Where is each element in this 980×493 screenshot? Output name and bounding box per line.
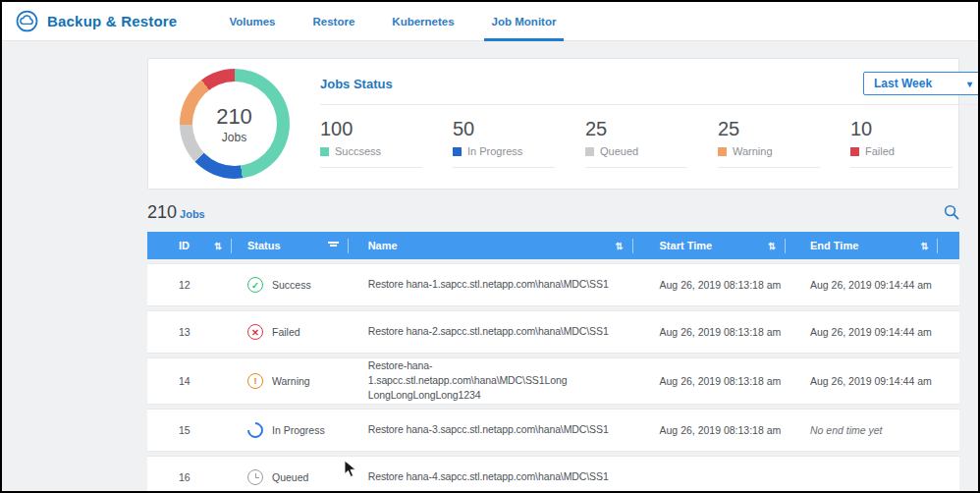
status-stat: 10 Failed [850,118,980,168]
stat-value: 25 [585,118,687,140]
content-area: 210 Jobs Jobs Status Last Week 100 [2,41,978,493]
job-status-cell: Success [232,277,349,293]
job-name-cell: Restore hana-1.sapcc.stl.netapp.com\hana… [349,277,633,292]
job-id-cell: 12 [147,279,232,291]
table-row[interactable]: 16 Queued Restore hana-4.sapcc.stl.netap… [147,456,959,493]
stats-row: 100 Succsess 50 In Progress 25 Queued [320,118,980,168]
sort-icon[interactable] [616,240,624,251]
table-row[interactable]: 12 Success Restore hana-1.sapcc.stl.neta… [147,263,959,306]
status-stat: 100 Succsess [320,118,453,168]
job-status-label: In Progress [272,424,325,436]
card-title: Jobs Status [320,77,393,91]
job-end-time-cell: No end time yet [786,424,938,436]
donut-total-value: 210 [216,104,252,130]
period-dropdown-value: Last Week [874,77,932,90]
job-id-cell: 16 [147,471,232,483]
stat-label: In Progress [467,145,522,157]
job-name-cell: Restore hana-4.sapcc.stl.netapp.com\hana… [349,469,633,484]
job-end-time-cell: Aug 26, 2019 09:14:44 am [786,279,938,291]
status-inprogress-icon [245,418,267,441]
tab-kubernetes[interactable]: Kubernetes [373,2,472,41]
table-row[interactable]: 13 Failed Restore hana-2.sapcc.stl.netap… [147,310,959,354]
tab-restore[interactable]: Restore [295,2,374,41]
legend-color-swatch [850,147,859,156]
donut-center: 210 Jobs [180,69,290,179]
job-end-time-cell: Aug 26, 2019 09:14:44 am [786,326,938,338]
job-name-cell: Restore-hana-1.sapcc.stl.netapp.com\hana… [349,358,633,404]
job-start-time-cell: Aug 26, 2019 08:13:18 am [633,279,786,291]
job-id-cell: 14 [147,375,232,387]
job-start-time-cell: Aug 26, 2019 08:13:18 am [633,326,786,338]
stat-value: 25 [718,118,820,140]
stat-value: 10 [850,118,953,140]
job-id-cell: 13 [147,326,232,338]
column-label: ID [179,240,190,251]
stat-label: Failed [865,145,895,157]
sort-icon[interactable] [214,240,222,251]
table-row[interactable]: 14 Warning Restore-hana-1.sapcc.stl.neta… [147,357,959,405]
job-end-time-cell: Aug 26, 2019 09:14:44 am [786,375,938,387]
cloud-logo-icon [16,10,38,32]
stat-value: 100 [320,118,422,140]
column-header-status[interactable]: Status [232,239,349,253]
donut-chart-area: 210 Jobs [148,59,320,189]
status-card-header: Jobs Status Last Week [320,72,980,105]
stat-label: Warning [733,145,773,157]
job-status-label: Warning [272,375,310,387]
sort-icon[interactable] [768,240,776,251]
jobs-count: 210Jobs [147,202,205,223]
tab-job-monitor[interactable]: Job Monitor [473,2,575,41]
stat-value: 50 [453,118,555,140]
job-status-label: Success [272,279,311,291]
table-row[interactable]: 15 In Progress Restore hana-3.sapcc.stl.… [147,409,959,452]
column-header-end-time[interactable]: End Time [786,239,938,253]
sort-icon[interactable] [921,240,929,251]
column-label: Name [368,240,398,251]
chevron-down-icon [967,77,972,90]
legend-color-swatch [585,147,594,156]
column-header-id[interactable]: ID [147,239,232,253]
legend-color-swatch [320,147,329,156]
job-start-time-cell: Aug 26, 2019 08:13:18 am [633,375,786,387]
job-name-cell: Restore hana-3.sapcc.stl.netapp.com\hana… [349,422,633,437]
app-title: Backup & Restore [47,13,177,29]
search-icon[interactable] [944,204,959,220]
jobs-list-header: 210Jobs [147,197,959,227]
table-body: 12 Success Restore hana-1.sapcc.stl.neta… [147,263,959,493]
stat-label: Queued [600,145,638,157]
column-header-spacer [938,239,959,253]
jobs-donut-chart: 210 Jobs [180,69,290,179]
job-status-cell: Queued [232,469,349,485]
jobs-count-label: Jobs [180,208,205,220]
job-status-cell: In Progress [232,422,349,438]
status-warning-icon [247,373,263,389]
status-stat: 25 Queued [585,118,718,168]
job-start-time-cell: Aug 26, 2019 08:13:18 am [633,424,786,436]
job-status-cell: Warning [232,373,349,389]
status-card-right: Jobs Status Last Week 100 Succsess 50 In… [320,59,980,189]
status-stat: 50 In Progress [453,118,585,168]
job-status-label: Failed [272,326,300,338]
jobs-count-value: 210 [147,202,177,222]
column-header-name[interactable]: Name [349,239,633,253]
tab-volumes[interactable]: Volumes [210,2,294,41]
column-label: Status [247,240,281,251]
legend-color-swatch [718,147,727,156]
stat-label: Succsess [335,145,381,157]
column-label: Start Time [660,240,713,251]
app-window: Backup & Restore Volumes Restore Kuberne… [0,0,980,493]
jobs-status-card: 210 Jobs Jobs Status Last Week 100 [147,58,959,190]
donut-total-label: Jobs [222,131,246,144]
table-header: IDStatusNameStart TimeEnd Time [147,232,959,259]
job-name-cell: Restore hana-2.sapcc.stl.netapp.com\hana… [349,324,633,339]
nav-tabs: Volumes Restore Kubernetes Job Monitor [210,2,574,41]
job-status-cell: Failed [232,324,349,340]
column-label: End Time [810,240,858,251]
top-navbar: Backup & Restore Volumes Restore Kuberne… [2,2,978,41]
status-success-icon [247,277,263,293]
filter-icon[interactable] [328,242,339,249]
status-failed-icon [247,324,263,340]
column-header-start-time[interactable]: Start Time [633,239,786,253]
period-dropdown[interactable]: Last Week [863,72,980,95]
job-id-cell: 15 [147,424,232,436]
